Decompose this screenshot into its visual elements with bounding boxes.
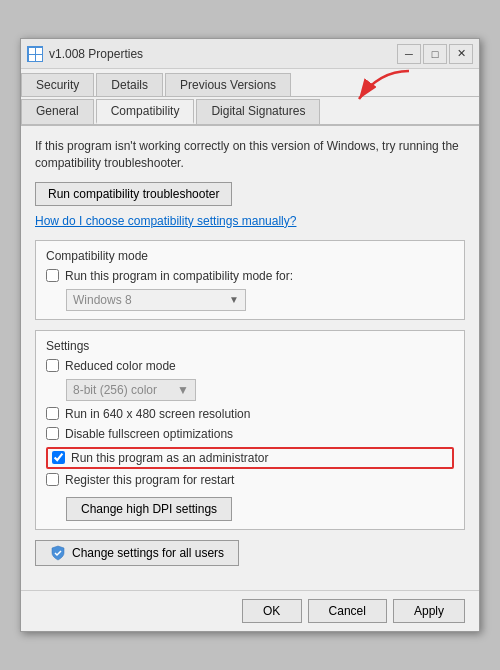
troubleshooter-button[interactable]: Run compatibility troubleshooter xyxy=(35,182,232,206)
tabs-row-1: Security Details Previous Versions xyxy=(21,69,479,97)
fullscreen-label: Disable fullscreen optimizations xyxy=(65,427,233,441)
description-text: If this program isn't working correctly … xyxy=(35,138,465,172)
compatibility-mode-label: Compatibility mode xyxy=(46,249,454,263)
apply-button[interactable]: Apply xyxy=(393,599,465,623)
tab-digital-signatures[interactable]: Digital Signatures xyxy=(196,99,320,124)
tab-previous-versions[interactable]: Previous Versions xyxy=(165,73,291,96)
dropdown-value: Windows 8 xyxy=(73,293,132,307)
change-dpi-button[interactable]: Change high DPI settings xyxy=(66,497,232,521)
tabs-row-2: General Compatibility Digital Signatures xyxy=(21,97,479,126)
help-link[interactable]: How do I choose compatibility settings m… xyxy=(35,214,465,228)
content-area: If this program isn't working correctly … xyxy=(21,126,479,590)
fullscreen-row: Disable fullscreen optimizations xyxy=(46,427,454,441)
settings-label: Settings xyxy=(46,339,454,353)
svg-rect-1 xyxy=(36,48,42,54)
resolution-label: Run in 640 x 480 screen resolution xyxy=(65,407,250,421)
color-dropdown-value: 8-bit (256) color xyxy=(73,383,157,397)
dropdown-arrow: ▼ xyxy=(229,294,239,305)
tab-compatibility[interactable]: Compatibility xyxy=(96,99,195,124)
color-dropdown[interactable]: 8-bit (256) color ▼ xyxy=(66,379,196,401)
compatibility-mode-checkbox-label: Run this program in compatibility mode f… xyxy=(65,269,293,283)
close-button[interactable]: ✕ xyxy=(449,44,473,64)
settings-section: Settings Reduced color mode 8-bit (256) … xyxy=(35,330,465,530)
admin-label: Run this program as an administrator xyxy=(71,451,268,465)
minimize-button[interactable]: ─ xyxy=(397,44,421,64)
title-bar-buttons: ─ □ ✕ xyxy=(397,44,473,64)
resolution-row: Run in 640 x 480 screen resolution xyxy=(46,407,454,421)
change-all-button[interactable]: Change settings for all users xyxy=(35,540,239,566)
compatibility-mode-checkbox-row: Run this program in compatibility mode f… xyxy=(46,269,454,283)
fullscreen-checkbox[interactable] xyxy=(46,427,59,440)
change-all-label: Change settings for all users xyxy=(72,546,224,560)
cancel-button[interactable]: Cancel xyxy=(308,599,387,623)
svg-rect-0 xyxy=(29,48,35,54)
resolution-checkbox[interactable] xyxy=(46,407,59,420)
change-all-row: Change settings for all users xyxy=(35,540,465,566)
svg-rect-3 xyxy=(36,55,42,61)
reduced-color-label: Reduced color mode xyxy=(65,359,176,373)
shield-icon xyxy=(50,545,66,561)
restart-row: Register this program for restart xyxy=(46,473,454,487)
reduced-color-checkbox[interactable] xyxy=(46,359,59,372)
compatibility-mode-checkbox[interactable] xyxy=(46,269,59,282)
compatibility-mode-dropdown[interactable]: Windows 8 ▼ xyxy=(66,289,246,311)
restart-label: Register this program for restart xyxy=(65,473,234,487)
window-icon xyxy=(27,46,43,62)
ok-button[interactable]: OK xyxy=(242,599,302,623)
svg-rect-2 xyxy=(29,55,35,61)
properties-window: v1.008 Properties ─ □ ✕ Security Details xyxy=(20,38,480,632)
tab-general[interactable]: General xyxy=(21,99,94,124)
reduced-color-row: Reduced color mode xyxy=(46,359,454,373)
tab-details[interactable]: Details xyxy=(96,73,163,96)
admin-row: Run this program as an administrator xyxy=(46,447,454,469)
compatibility-mode-section: Compatibility mode Run this program in c… xyxy=(35,240,465,320)
title-bar: v1.008 Properties ─ □ ✕ xyxy=(21,39,479,69)
tab-security[interactable]: Security xyxy=(21,73,94,96)
bottom-buttons: OK Cancel Apply xyxy=(21,590,479,631)
admin-checkbox[interactable] xyxy=(52,451,65,464)
color-dropdown-arrow: ▼ xyxy=(177,383,189,397)
window-title: v1.008 Properties xyxy=(49,47,397,61)
restart-checkbox[interactable] xyxy=(46,473,59,486)
maximize-button[interactable]: □ xyxy=(423,44,447,64)
